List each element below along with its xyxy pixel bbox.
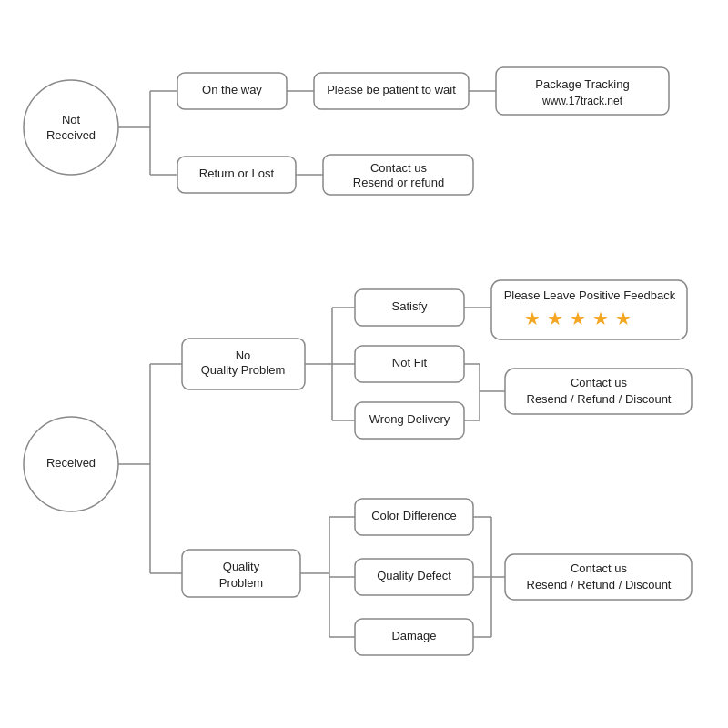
- on-the-way-label: On the way: [202, 83, 262, 96]
- contact-quality-label1: Contact us: [571, 561, 628, 575]
- star2: ★: [547, 308, 563, 329]
- star3: ★: [570, 308, 586, 329]
- contact-resend-refund-label1: Contact us: [370, 161, 428, 175]
- quality-problem-label2: Problem: [219, 576, 263, 590]
- positive-feedback-label: Please Leave Positive Feedback: [504, 288, 676, 302]
- please-be-patient-label: Please be patient to wait: [327, 83, 456, 96]
- not-fit-label: Not Fit: [392, 356, 428, 369]
- satisfy-label: Satisfy: [391, 299, 428, 313]
- no-quality-problem-label2: Quality Problem: [201, 363, 285, 377]
- received-label: Received: [46, 456, 96, 470]
- quality-problem-label1: Quality: [223, 560, 260, 573]
- contact-resend-refund-label2: Resend or refund: [353, 176, 444, 189]
- contact-discount-label1: Contact us: [571, 376, 628, 389]
- star4: ★: [592, 308, 609, 329]
- package-tracking-label1: Package Tracking: [535, 77, 629, 91]
- return-or-lost-label: Return or Lost: [199, 167, 275, 180]
- star5: ★: [615, 308, 632, 329]
- no-quality-problem-label1: No: [236, 349, 251, 362]
- wrong-delivery-label: Wrong Delivery: [369, 412, 450, 426]
- damage-label: Damage: [391, 629, 436, 642]
- contact-discount-label2: Resend / Refund / Discount: [527, 392, 672, 406]
- package-tracking-label2: www.17track.net: [541, 95, 623, 107]
- not-received-label: Not: [62, 113, 81, 126]
- not-received-node: [24, 80, 118, 175]
- star1: ★: [524, 308, 541, 329]
- not-received-label2: Received: [46, 128, 96, 142]
- contact-quality-label2: Resend / Refund / Discount: [527, 578, 672, 592]
- quality-defect-label: Quality Defect: [377, 569, 451, 582]
- color-difference-label: Color Difference: [371, 509, 457, 522]
